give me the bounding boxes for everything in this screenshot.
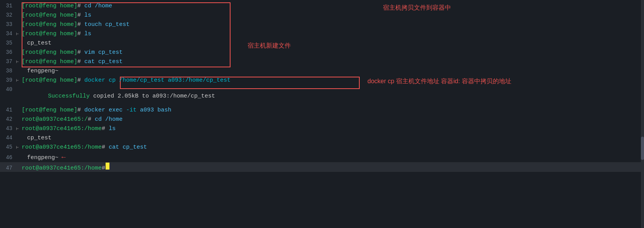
line-marker-37: ⊢ [16,59,22,64]
line-num-42: 42 [0,116,16,122]
cmd-44: cp_test [22,135,51,141]
line-num-31: 31 [0,3,16,9]
line-num-46: 46 [0,154,16,161]
prompt-37: [root@feng home] [22,58,77,65]
terminal-line-33: 33 [root@feng home] # touch cp_test [0,21,644,30]
cmd-31: cd /home [81,3,112,9]
prompt-31: [root@feng home] [22,3,77,9]
line-num-40: 40 [0,86,16,93]
line-num-43: 43 [0,125,16,132]
cmd-39: docker cp /home/cp_test a093:/home/cp_te… [81,77,231,84]
terminal-line-40: 40 Successfully copied 2.05kB to a093:/h… [0,86,644,106]
cmd-34: ls [81,31,91,37]
cmd-42: cd /home [91,116,123,123]
terminal-line-35: 35 cp_test [0,39,644,49]
hash-39: # [77,77,81,84]
terminal-line-41: 41 [root@feng home] # docker exec -it a0… [0,106,644,116]
line-num-44: 44 [0,135,16,141]
terminal-line-38: 38 fengpeng~ [0,67,644,77]
arrow-icon-46: ← [61,153,66,161]
terminal-line-43: 43 ⊢ root@a0937ce41e65:/home # ls [0,125,644,134]
terminal-line-34: 34 ⊢ [root@feng home] # ls [0,30,644,39]
cmd-38: fengpeng~ [22,68,58,74]
prompt-43: root@a0937ce41e65:/home [22,125,102,132]
scrollbar[interactable] [641,0,644,228]
line-num-47: 47 [0,165,16,171]
line-marker-45: ⊢ [16,145,22,150]
terminal-line-31: 31 [root@feng home] # cd /home [0,2,644,12]
line-num-32: 32 [0,12,16,18]
terminal-line-46: 46 fengpeng~ ← [0,153,644,162]
terminal-line-44: 44 cp_test [0,134,644,144]
hash-36: # [77,49,81,56]
hash-33: # [77,21,81,28]
hash-32: # [77,12,81,19]
prompt-33: [root@feng home] [22,21,77,28]
cmd-37: cat cp_test [81,58,123,65]
line-marker-39: ⊢ [16,78,22,83]
hash-31: # [77,3,81,9]
hash-34: # [77,31,81,37]
hash-41: # [77,107,81,113]
prompt-42: root@a0937ce41e65:/ [22,116,88,123]
cmd-46: fengpeng~ [22,154,58,161]
prompt-36: [root@feng home] [22,49,77,56]
hash-43: # [102,125,105,132]
prompt-47: root@a0937ce41e65:/home [22,165,102,171]
cmd-45: cat cp_test [105,144,147,151]
terminal: 宿主机新建文件 宿主机拷贝文件到容器中 docker cp 宿主机文件地址 容器… [0,0,644,228]
hash-47: # [102,165,105,171]
line-num-45: 45 [0,144,16,150]
terminal-line-47: 47 root@a0937ce41e65:/home # [0,162,644,172]
line-num-37: 37 [0,58,16,65]
cmd-41-it: -it [126,107,137,113]
terminal-line-39: 39 ⊢ [root@feng home] # docker cp /home/… [0,77,644,86]
cmd-43: ls [105,125,116,132]
cmd-41-rest: a093 bash [137,107,171,113]
hash-37: # [77,58,81,65]
line-marker-43: ⊢ [16,126,22,131]
prompt-41: [root@feng home] [22,107,77,113]
prompt-39: [root@feng home] [22,77,77,84]
terminal-line-36: 36 [root@feng home] # vim cp_test [0,49,644,58]
line-num-34: 34 [0,31,16,37]
hash-42: # [88,116,91,123]
cmd-32: ls [81,12,91,19]
cmd-41: docker exec [81,107,126,113]
cmd-40-success: Successfully copied 2.05kB to a093:/home… [22,86,215,106]
terminal-line-37: 37 ⊢ [root@feng home] # cat cp_test [0,58,644,67]
line-num-41: 41 [0,107,16,113]
line-num-36: 36 [0,49,16,55]
line-num-38: 38 [0,68,16,74]
hash-45: # [102,144,105,151]
terminal-line-32: 32 [root@feng home] # ls [0,12,644,21]
line-num-35: 35 [0,40,16,46]
prompt-32: [root@feng home] [22,12,77,19]
cmd-36: vim cp_test [81,49,123,56]
prompt-45: root@a0937ce41e65:/home [22,144,102,151]
terminal-line-42: 42 root@a0937ce41e65:/ # cd /home [0,116,644,125]
prompt-34: [root@feng home] [22,31,77,37]
cmd-33: touch cp_test [81,21,130,28]
line-num-39: 39 [0,77,16,83]
line-marker-34: ⊢ [16,31,22,36]
cmd-35: cp_test [22,40,51,46]
cursor-47 [106,163,109,170]
terminal-line-45: 45 ⊢ root@a0937ce41e65:/home # cat cp_te… [0,144,644,153]
line-num-33: 33 [0,21,16,27]
scrollbar-thumb[interactable] [641,137,644,160]
